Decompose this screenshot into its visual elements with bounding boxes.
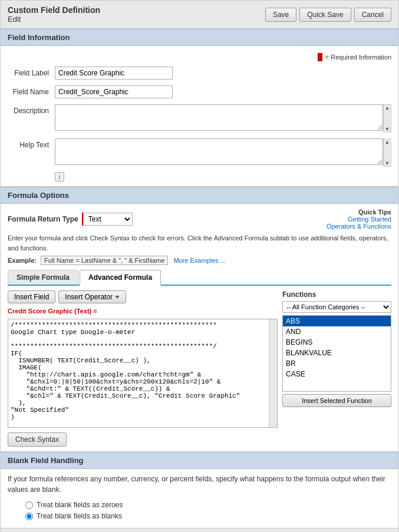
page-title: Custom Field Definition — [8, 5, 100, 15]
formula-return-row: Formula Return Type Text Number Date Che… — [8, 209, 391, 230]
field-name-input-wrapper — [55, 85, 391, 98]
insert-buttons: Insert Field Insert Operator — [8, 290, 278, 303]
formula-section: Formula Return Type Text Number Date Che… — [1, 204, 398, 451]
required-text: = Required Information — [325, 54, 391, 61]
description-label: Description — [8, 104, 55, 115]
blank-field-desc: If your formula references any number, c… — [8, 474, 391, 495]
required-info: = Required Information — [1, 51, 398, 64]
page-wrapper: Custom Field Definition Edit Save Quick … — [0, 0, 399, 532]
save-button[interactable]: Save — [265, 8, 296, 22]
formula-textarea[interactable]: /***************************************… — [8, 319, 277, 425]
blank-field-header: Blank Field Handling — [1, 452, 398, 469]
field-name-input[interactable] — [55, 85, 173, 98]
radio-blanks[interactable] — [25, 513, 33, 520]
page-footer: Previous Next Cancel — [1, 528, 398, 532]
helptext-row: Help Text ▲ ▼ — [1, 136, 398, 170]
description-row: Description ▲ ▼ — [1, 101, 398, 136]
return-type-wrapper: Text Number Date Checkbox Percent Curren… — [82, 213, 133, 226]
tab-advanced[interactable]: Advanced Formula — [80, 270, 161, 286]
example-value: Full Name = LastName & ", " & FirstName — [41, 256, 168, 265]
return-type-label: Formula Return Type — [8, 215, 78, 223]
more-examples-link[interactable]: More Examples ... — [173, 257, 226, 264]
description-input-wrapper: ▲ ▼ — [55, 104, 391, 133]
scroll-up-arrow-2: ▲ — [385, 139, 390, 145]
description-textarea[interactable] — [55, 104, 383, 131]
required-indicator — [318, 53, 322, 61]
radio-blanks-row: Treat blank fields as blanks — [8, 512, 391, 520]
example-label: Example: — [8, 257, 37, 264]
insert-operator-arrow — [115, 296, 120, 299]
formula-return-left: Formula Return Type Text Number Date Che… — [8, 213, 133, 226]
formula-textarea-wrapper: /***************************************… — [8, 319, 278, 428]
radio-zeroes-row: Treat blank fields as zeroes — [8, 501, 391, 509]
field-name-row: Field Name — [1, 82, 398, 101]
helptext-input-wrapper: ▲ ▼ — [55, 138, 391, 167]
check-syntax-row: Check Syntax — [8, 432, 391, 447]
formula-scrollbar — [269, 319, 277, 427]
scroll-up-arrow: ▲ — [385, 105, 390, 111]
functions-category-select[interactable]: -- All Function Categories -- — [282, 301, 391, 313]
page-header: Custom Field Definition Edit Save Quick … — [1, 1, 398, 29]
scroll-down-arrow: ▼ — [385, 126, 390, 132]
functions-list[interactable]: ABS AND BEGINS BLANKVALUE BR CASE — [282, 315, 391, 392]
function-item-begins[interactable]: BEGINS — [283, 337, 391, 348]
function-item-and[interactable]: AND — [283, 326, 391, 337]
functions-select-wrapper: -- All Function Categories -- — [282, 301, 391, 313]
helptext-label: Help Text — [8, 138, 55, 149]
quick-save-button[interactable]: Quick Save — [299, 8, 351, 22]
field-info-section: = Required Information Field Label Field… — [1, 46, 398, 186]
insert-selected-function-button[interactable]: Insert Selected Function — [282, 394, 391, 407]
page-subtitle: Edit — [8, 15, 100, 24]
operators-functions-link[interactable]: Operators & Functions — [327, 223, 391, 230]
return-type-select[interactable]: Text Number Date Checkbox Percent Curren… — [83, 213, 133, 226]
function-item-case[interactable]: CASE — [283, 369, 391, 379]
radio-blanks-label: Treat blank fields as blanks — [37, 512, 122, 520]
quick-tips-title: Quick Tips — [327, 209, 391, 216]
field-label-input-wrapper — [55, 67, 391, 80]
blank-field-section: If your formula references any number, c… — [1, 469, 398, 528]
field-info-header: Field Information — [1, 29, 398, 46]
function-item-blankvalue[interactable]: BLANKVALUE — [283, 348, 391, 358]
tab-simple[interactable]: Simple Formula — [8, 270, 78, 285]
quick-tips: Quick Tips Getting Started Operators & F… — [327, 209, 391, 230]
check-syntax-button[interactable]: Check Syntax — [8, 432, 67, 447]
formula-tab-bar: Simple Formula Advanced Formula — [8, 270, 391, 286]
header-buttons: Save Quick Save Cancel — [265, 8, 391, 22]
getting-started-link[interactable]: Getting Started — [327, 216, 391, 223]
helptext-scrollbar: ▲ ▼ — [383, 138, 391, 167]
scroll-down-arrow-2: ▼ — [385, 160, 390, 166]
insert-operator-label: Insert Operator — [65, 293, 113, 301]
formula-field-label-row: Credit Score Graphic (Text) = — [8, 307, 278, 315]
formula-editor-area: Insert Field Insert Operator Credit Scor… — [8, 290, 391, 428]
field-label-label: Field Label — [8, 67, 55, 77]
info-icon[interactable]: i — [55, 172, 64, 181]
formula-inner: Formula Return Type Text Number Date Che… — [1, 204, 398, 451]
insert-field-button[interactable]: Insert Field — [8, 290, 55, 303]
field-name-label: Field Name — [8, 85, 55, 96]
radio-zeroes-label: Treat blank fields as zeroes — [37, 501, 123, 509]
formula-field-label: Credit Score Graphic (Text) = — [8, 308, 97, 315]
formula-header: Formula Options — [1, 187, 398, 204]
insert-operator-button[interactable]: Insert Operator — [58, 290, 126, 303]
functions-title: Functions — [282, 290, 391, 299]
description-scrollbar: ▲ ▼ — [383, 104, 391, 133]
field-label-input[interactable] — [55, 67, 173, 80]
header-title-block: Custom Field Definition Edit — [8, 5, 100, 24]
function-item-abs[interactable]: ABS — [283, 316, 391, 326]
cancel-button[interactable]: Cancel — [354, 8, 391, 22]
radio-zeroes[interactable] — [25, 501, 33, 509]
field-label-row: Field Label — [1, 64, 398, 82]
helptext-textarea[interactable] — [55, 138, 383, 165]
function-item-br[interactable]: BR — [283, 358, 391, 369]
info-icon-wrapper: i — [1, 170, 398, 181]
formula-left: Insert Field Insert Operator Credit Scor… — [8, 290, 278, 428]
functions-panel: Functions -- All Function Categories -- … — [282, 290, 391, 428]
formula-example: Example: Full Name = LastName & ", " & F… — [8, 256, 391, 265]
formula-description: Enter your formula and click Check Synta… — [8, 233, 391, 253]
